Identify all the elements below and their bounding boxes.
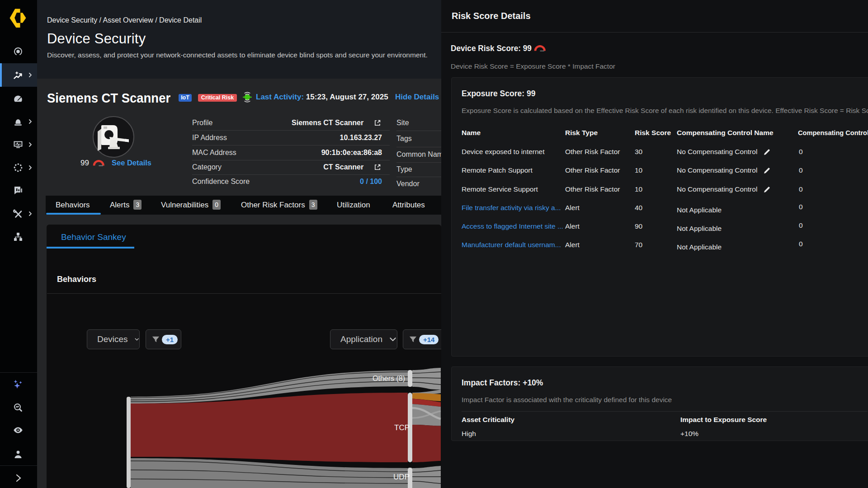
svg-text:TCP: TCP (394, 423, 410, 432)
svg-text:Others (8): Others (8) (373, 375, 405, 382)
svg-text:UDP: UDP (393, 473, 410, 481)
